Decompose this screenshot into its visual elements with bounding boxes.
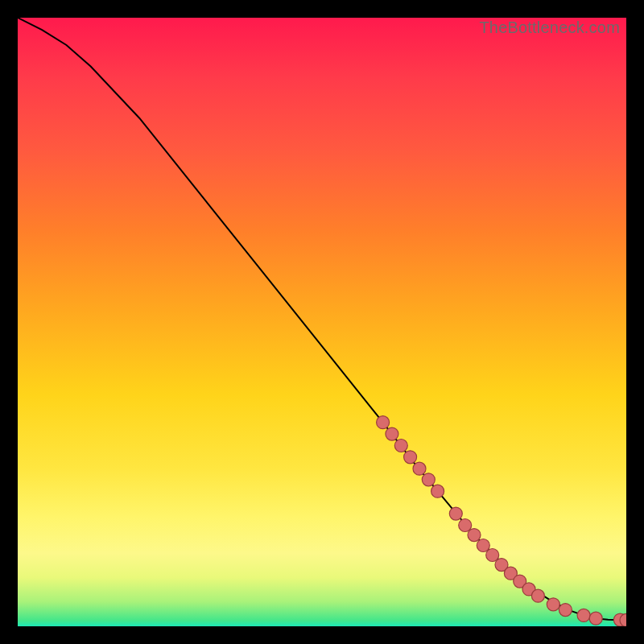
data-point [431,485,444,497]
data-point [522,583,535,596]
data-point [577,609,590,621]
data-point [477,539,489,552]
data-point [449,507,462,520]
data-point [486,549,499,562]
data-point [495,559,508,572]
data-point [404,451,417,464]
data-point [620,613,626,626]
data-point [468,529,481,542]
data-point [613,613,626,626]
chart-stage: TheBottleneck.com [0,0,644,644]
data-point [514,575,526,588]
data-point [504,567,517,580]
watermark-text: TheBottleneck.com [479,19,620,37]
data-point [547,598,559,611]
data-point [422,473,435,486]
plot-area: TheBottleneck.com [18,18,626,626]
data-point [377,416,390,429]
data-point [459,519,472,532]
data-point [394,440,407,452]
data-point [531,589,544,602]
chart-overlay [18,18,626,626]
data-point [559,604,572,617]
data-point [589,612,602,625]
curve-line [18,18,626,620]
data-points [377,416,626,626]
data-point [386,427,398,440]
data-point [413,462,426,475]
